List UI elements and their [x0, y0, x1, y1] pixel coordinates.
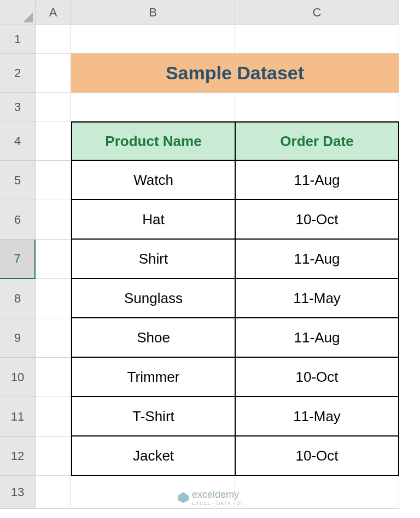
cell-product[interactable]: Jacket: [71, 436, 235, 476]
cell-date[interactable]: 11-Aug: [235, 318, 399, 358]
row-header-2[interactable]: 2: [0, 54, 36, 93]
cell-C1[interactable]: [235, 25, 399, 54]
row-header-10[interactable]: 10: [0, 358, 36, 397]
watermark-logo-icon: [178, 492, 189, 503]
row-header-12[interactable]: 12: [0, 436, 36, 476]
cell-B3[interactable]: [71, 93, 235, 121]
cell-A5[interactable]: [36, 161, 71, 200]
cell-date[interactable]: 11-May: [235, 279, 399, 318]
spreadsheet-grid: A B C 1 2 3 4 5 6 7 8 9 10 11 12 13 Samp…: [0, 0, 420, 509]
cell-A6[interactable]: [36, 200, 71, 240]
cell-product[interactable]: Hat: [71, 200, 235, 240]
cell-A12[interactable]: [36, 436, 71, 476]
row-header-6[interactable]: 6: [0, 200, 36, 240]
col-header-C[interactable]: C: [235, 0, 399, 25]
cell-product[interactable]: Watch: [71, 161, 235, 200]
row-header-11[interactable]: 11: [0, 397, 36, 436]
cell-A8[interactable]: [36, 279, 71, 318]
select-all-corner[interactable]: [0, 0, 36, 25]
cell-product[interactable]: Shirt: [71, 240, 235, 279]
table-header-date[interactable]: Order Date: [235, 121, 399, 161]
cell-A3[interactable]: [36, 93, 71, 121]
row-header-3[interactable]: 3: [0, 93, 36, 121]
cell-A1[interactable]: [36, 25, 71, 54]
row-header-8[interactable]: 8: [0, 279, 36, 318]
cell-C3[interactable]: [235, 93, 399, 121]
cell-date[interactable]: 10-Oct: [235, 436, 399, 476]
cell-date[interactable]: 11-May: [235, 397, 399, 436]
cell-date[interactable]: 11-Aug: [235, 161, 399, 200]
watermark-text: exceldemy EXCEL · DATA · BI: [192, 489, 242, 506]
cell-A4[interactable]: [36, 121, 71, 161]
cell-product[interactable]: T-Shirt: [71, 397, 235, 436]
cell-A10[interactable]: [36, 358, 71, 397]
cell-product[interactable]: Shoe: [71, 318, 235, 358]
cell-date[interactable]: 11-Aug: [235, 240, 399, 279]
cell-A2[interactable]: [36, 54, 71, 93]
cell-A9[interactable]: [36, 318, 71, 358]
cell-A11[interactable]: [36, 397, 71, 436]
row-header-4[interactable]: 4: [0, 121, 36, 161]
cell-date[interactable]: 10-Oct: [235, 358, 399, 397]
cell-product[interactable]: Sunglass: [71, 279, 235, 318]
row-header-7[interactable]: 7: [0, 240, 36, 279]
row-header-1[interactable]: 1: [0, 25, 36, 54]
dataset-title[interactable]: Sample Dataset: [71, 54, 399, 93]
table-header-product[interactable]: Product Name: [71, 121, 235, 161]
row-header-13[interactable]: 13: [0, 476, 36, 509]
cell-product[interactable]: Trimmer: [71, 358, 235, 397]
row-header-5[interactable]: 5: [0, 161, 36, 200]
watermark: exceldemy EXCEL · DATA · BI: [178, 489, 242, 506]
cell-date[interactable]: 10-Oct: [235, 200, 399, 240]
col-header-A[interactable]: A: [36, 0, 71, 25]
cell-B1[interactable]: [71, 25, 235, 54]
cell-C13[interactable]: [235, 476, 399, 509]
watermark-tagline: EXCEL · DATA · BI: [192, 500, 242, 506]
col-header-B[interactable]: B: [71, 0, 235, 25]
cell-A7[interactable]: [36, 240, 71, 279]
cell-A13[interactable]: [36, 476, 71, 509]
watermark-brand: exceldemy: [192, 489, 239, 500]
row-header-9[interactable]: 9: [0, 318, 36, 358]
